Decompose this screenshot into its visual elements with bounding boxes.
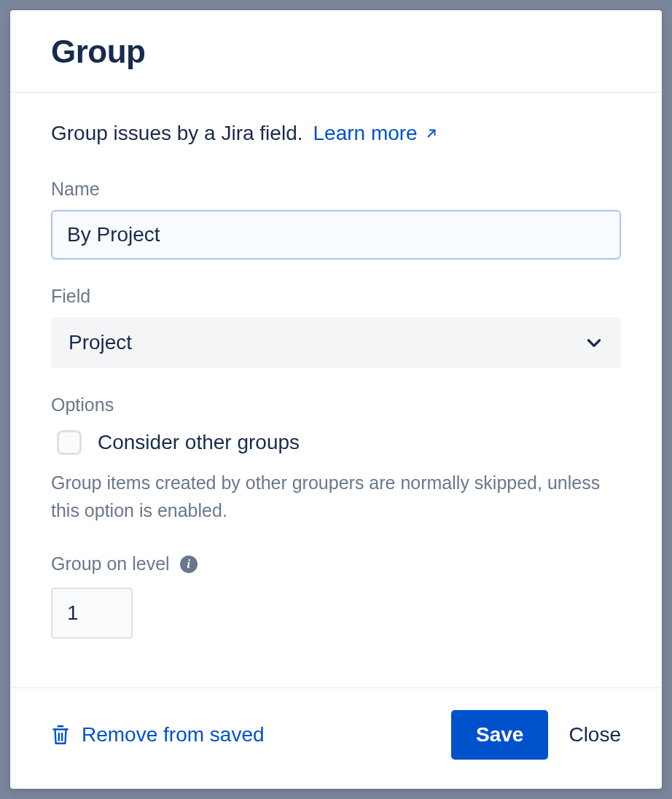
consider-other-groups-row: Consider other groups: [51, 430, 621, 455]
trash-icon: [51, 724, 70, 746]
svg-line-0: [428, 130, 434, 137]
intro-text: Group issues by a Jira field.: [51, 122, 303, 145]
chevron-down-icon: [585, 333, 603, 352]
footer-actions: Save Close: [451, 710, 621, 760]
name-label: Name: [51, 179, 621, 200]
options-label: Options: [51, 394, 621, 416]
level-label: Group on level: [51, 553, 170, 574]
learn-more-label: Learn more: [313, 122, 418, 145]
field-select[interactable]: Project: [51, 317, 621, 368]
intro-row: Group issues by a Jira field. Learn more: [51, 122, 621, 145]
field-group: Field Project: [51, 286, 621, 368]
consider-other-groups-label: Consider other groups: [98, 431, 300, 454]
dialog-header: Group: [10, 10, 662, 93]
external-link-icon: [425, 127, 438, 140]
group-dialog: Group Group issues by a Jira field. Lear…: [10, 10, 662, 789]
remove-from-saved-label: Remove from saved: [82, 723, 265, 747]
name-group: Name: [51, 179, 621, 260]
options-help-text: Group items created by other groupers ar…: [51, 469, 621, 524]
level-input[interactable]: [51, 588, 133, 639]
level-label-row: Group on level i: [51, 553, 621, 574]
field-label: Field: [51, 286, 621, 307]
level-group: Group on level i: [51, 553, 621, 639]
remove-from-saved-link[interactable]: Remove from saved: [51, 723, 265, 747]
dialog-title: Group: [51, 34, 621, 70]
save-button[interactable]: Save: [451, 710, 548, 760]
info-icon[interactable]: i: [180, 556, 198, 573]
close-button[interactable]: Close: [569, 723, 621, 747]
options-group: Options Consider other groups Group item…: [51, 394, 621, 524]
learn-more-link[interactable]: Learn more: [313, 122, 438, 145]
dialog-footer: Remove from saved Save Close: [10, 687, 662, 789]
name-input[interactable]: [51, 210, 621, 260]
consider-other-groups-checkbox[interactable]: [57, 430, 82, 455]
dialog-body: Group issues by a Jira field. Learn more…: [10, 93, 662, 687]
field-select-value: Project: [69, 331, 132, 354]
